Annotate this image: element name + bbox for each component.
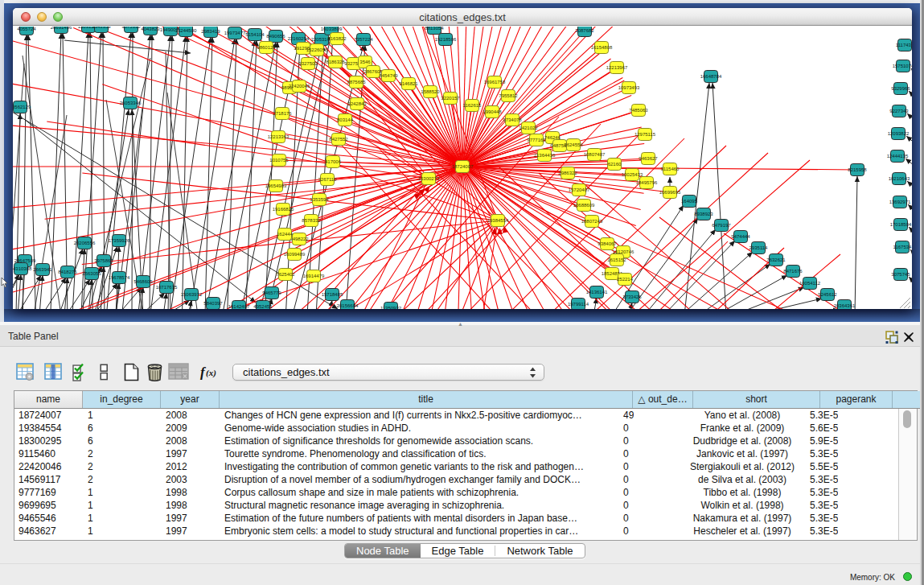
svg-text:7163822: 7163822 <box>327 36 347 41</box>
svg-text:9463627: 9463627 <box>639 156 658 161</box>
svg-text:18724007: 18724007 <box>452 164 474 169</box>
svg-text:2563055: 2563055 <box>82 271 101 276</box>
svg-text:8418275: 8418275 <box>58 270 77 274</box>
svg-text:9860124: 9860124 <box>257 45 276 50</box>
svg-text:13692971: 13692971 <box>889 200 911 204</box>
svg-text:7955812: 7955812 <box>499 93 518 98</box>
svg-text:6479197: 6479197 <box>712 223 731 228</box>
svg-text:3343959: 3343959 <box>92 27 111 29</box>
svg-text:19973477: 19973477 <box>224 31 246 35</box>
svg-text:8578332: 8578332 <box>302 218 321 223</box>
svg-text:5840397: 5840397 <box>203 301 223 306</box>
svg-text:3975867: 3975867 <box>94 258 113 263</box>
svg-text:164095: 164095 <box>681 199 698 204</box>
svg-text:8938923: 8938923 <box>694 212 713 216</box>
svg-text:12444135: 12444135 <box>887 154 909 159</box>
svg-text:7485063: 7485063 <box>629 108 648 113</box>
svg-text:7357224: 7357224 <box>354 37 373 42</box>
svg-text:22420046: 22420046 <box>289 84 310 89</box>
svg-text:21364436: 21364436 <box>534 153 556 158</box>
svg-text:3267110: 3267110 <box>318 177 338 182</box>
svg-text:10210643: 10210643 <box>889 176 910 181</box>
svg-text:8490656: 8490656 <box>266 34 285 39</box>
svg-text:20206556: 20206556 <box>74 241 96 245</box>
svg-text:803144: 803144 <box>337 117 354 122</box>
svg-text:18495796: 18495796 <box>636 180 658 185</box>
svg-text:12213967: 12213967 <box>606 65 628 70</box>
svg-text:8186328: 8186328 <box>326 60 345 64</box>
svg-text:12093822: 12093822 <box>888 131 910 136</box>
svg-text:1990448: 1990448 <box>483 109 502 114</box>
svg-text:5154104: 5154104 <box>245 32 265 37</box>
svg-text:20691406: 20691406 <box>51 27 72 30</box>
svg-text:22160294: 22160294 <box>288 36 310 41</box>
svg-text:9146821: 9146821 <box>399 81 418 86</box>
svg-text:9777169: 9777169 <box>527 138 546 142</box>
svg-text:2087682: 2087682 <box>575 28 594 33</box>
svg-text:14310388: 14310388 <box>13 266 32 271</box>
svg-text:3220157: 3220157 <box>441 96 460 101</box>
svg-text:3498222: 3498222 <box>290 237 309 241</box>
svg-text:15244500: 15244500 <box>175 28 197 33</box>
svg-text:62160: 62160 <box>608 162 622 167</box>
svg-text:4952451: 4952451 <box>253 304 273 309</box>
svg-text:2663941: 2663941 <box>33 267 52 272</box>
svg-text:1010755: 1010755 <box>269 158 289 163</box>
svg-text:12213363: 12213363 <box>268 134 290 139</box>
svg-text:9115460: 9115460 <box>661 167 680 171</box>
svg-text:1167534: 1167534 <box>893 245 912 249</box>
svg-text:16033809: 16033809 <box>321 27 343 31</box>
svg-text:9329966: 9329966 <box>891 86 910 91</box>
svg-text:9075310: 9075310 <box>121 27 141 29</box>
svg-text:19654983: 19654983 <box>265 183 287 188</box>
svg-text:10025433: 10025433 <box>622 172 643 177</box>
svg-text:15300273: 15300273 <box>418 176 440 181</box>
svg-text:19799114: 19799114 <box>568 302 589 307</box>
svg-text:16154808: 16154808 <box>591 45 613 50</box>
svg-text:16961758: 16961758 <box>484 80 506 84</box>
svg-text:162444: 162444 <box>277 232 294 237</box>
svg-text:1117431: 1117431 <box>896 43 912 47</box>
svg-text:5468605: 5468605 <box>133 279 153 284</box>
svg-text:16914479: 16914479 <box>303 274 325 278</box>
svg-text:19142407: 19142407 <box>228 304 250 309</box>
svg-text:20364361: 20364361 <box>834 303 856 308</box>
svg-text:1162615: 1162615 <box>463 103 483 108</box>
svg-text:15751074: 15751074 <box>893 64 912 68</box>
svg-text:20156684: 20156684 <box>337 303 359 308</box>
svg-text:2935114: 2935114 <box>749 245 769 250</box>
svg-text:19678574: 19678574 <box>109 275 130 280</box>
svg-text:9245612: 9245612 <box>818 292 837 297</box>
svg-text:10807487: 10807487 <box>584 152 606 157</box>
svg-text:9465779: 9465779 <box>262 290 281 295</box>
svg-text:4043823: 4043823 <box>141 27 160 31</box>
svg-text:1353594: 1353594 <box>310 197 329 202</box>
svg-text:9327503: 9327503 <box>298 61 318 66</box>
svg-text:8471676: 8471676 <box>783 269 803 274</box>
svg-text:3546: 3546 <box>359 60 371 64</box>
svg-text:11350932: 11350932 <box>380 306 402 309</box>
svg-text:10054112: 10054112 <box>799 281 821 286</box>
svg-text:2718176: 2718176 <box>273 111 292 116</box>
svg-text:15226058: 15226058 <box>306 47 328 52</box>
svg-text:18807249: 18807249 <box>581 219 603 224</box>
svg-text:7632621: 7632621 <box>766 257 786 262</box>
svg-text:10699695: 10699695 <box>659 190 681 195</box>
svg-text:3075745: 3075745 <box>891 272 910 277</box>
svg-text:8215958: 8215958 <box>848 167 867 172</box>
svg-text:12975115: 12975115 <box>634 132 656 137</box>
svg-text:17018504: 17018504 <box>890 222 912 227</box>
svg-text:9384067: 9384067 <box>598 241 617 246</box>
svg-text:19384554: 19384554 <box>487 218 509 223</box>
svg-text:15718485: 15718485 <box>322 292 343 297</box>
svg-text:2983419: 2983419 <box>201 29 220 34</box>
svg-text:2986322: 2986322 <box>558 171 577 175</box>
svg-text:10973493: 10973493 <box>618 85 640 90</box>
svg-text:9242843: 9242843 <box>347 101 367 106</box>
svg-text:16099489: 16099489 <box>284 252 306 257</box>
svg-text:4055724: 4055724 <box>17 27 36 31</box>
svg-text:10717675: 10717675 <box>156 285 178 290</box>
svg-text:17359926: 17359926 <box>109 238 130 243</box>
svg-text:19218506: 19218506 <box>435 37 457 42</box>
svg-text:1588520: 1588520 <box>421 89 440 94</box>
